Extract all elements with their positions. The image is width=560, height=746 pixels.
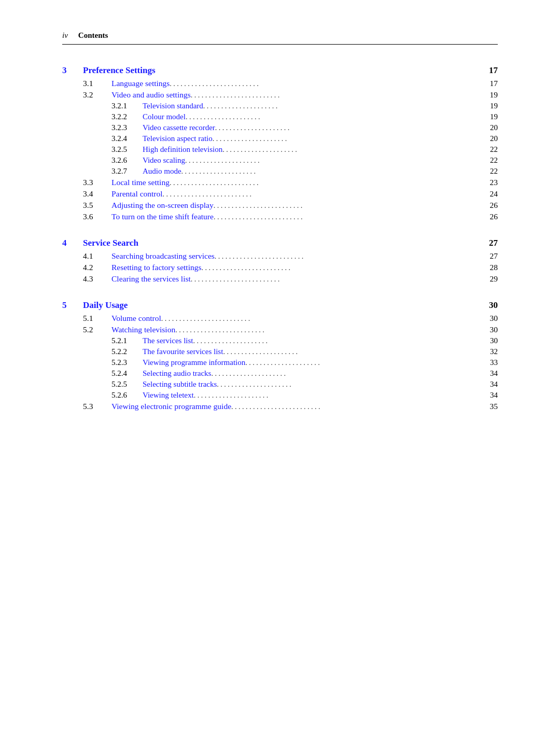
table-of-contents: 3Preference Settings173.1Language settin…	[62, 65, 498, 428]
section-row: 3.2Video and audio settings . . . . . . …	[62, 90, 498, 100]
subsection-page: 19	[485, 112, 498, 121]
section-page: 23	[485, 178, 498, 187]
subsection-dots: . . . . . . . . . . . . . . . . . . . . …	[223, 348, 482, 356]
subsection-number: 5.2.6	[111, 391, 143, 400]
section-number: 4.2	[83, 263, 111, 272]
section-title: Resetting to factory settings	[111, 263, 201, 272]
subsection-title: Selecting audio tracks	[143, 369, 211, 378]
section-page: 29	[485, 274, 498, 284]
chapter-block: 5Daily Usage305.1Volume control . . . . …	[62, 300, 498, 413]
subsection-page: 30	[485, 336, 498, 345]
section-row: 3.4Parental control . . . . . . . . . . …	[62, 189, 498, 199]
section-page: 28	[485, 263, 498, 272]
subsection-dots: . . . . . . . . . . . . . . . . . . . . …	[217, 381, 482, 389]
section-row: 4.1Searching broadcasting services . . .…	[62, 251, 498, 261]
subsection-page: 20	[485, 123, 498, 132]
section-page: 27	[485, 251, 498, 261]
section-title: Local time setting	[111, 178, 170, 187]
subsection-title: Audio mode	[143, 167, 181, 176]
section-row: 3.6To turn on the time shift feature . .…	[62, 212, 498, 221]
chapter-row: 5Daily Usage30	[62, 300, 498, 311]
subsection-title: High definition television	[143, 145, 222, 154]
section-dots: . . . . . . . . . . . . . . . . . . . . …	[175, 326, 482, 334]
subsection-row: 3.2.7Audio mode . . . . . . . . . . . . …	[62, 167, 498, 176]
section-number: 3.3	[83, 178, 111, 187]
section-number: 3.1	[83, 79, 111, 88]
subsection-title: Viewing teletext	[143, 391, 194, 400]
page-header: iv Contents	[62, 31, 498, 45]
section-dots: . . . . . . . . . . . . . . . . . . . . …	[191, 91, 482, 100]
section-page: 17	[485, 79, 498, 88]
chapter-page: 30	[489, 300, 498, 311]
chapter-title: Preference Settings	[83, 65, 484, 76]
subsection-row: 3.2.1Television standard . . . . . . . .…	[62, 102, 498, 110]
section-page: 24	[485, 189, 498, 199]
subsection-title: Video cassette recorder	[143, 123, 215, 132]
section-dots: . . . . . . . . . . . . . . . . . . . . …	[163, 190, 482, 199]
subsection-number: 3.2.2	[111, 112, 143, 121]
section-row: 5.3Viewing electronic programme guide . …	[62, 402, 498, 411]
chapter-page: 27	[489, 238, 498, 248]
section-number: 5.3	[83, 402, 111, 411]
subsection-title: Television standard	[143, 102, 203, 110]
subsection-number: 5.2.2	[111, 347, 143, 356]
section-title: Watching television	[111, 325, 175, 334]
subsection-dots: . . . . . . . . . . . . . . . . . . . . …	[215, 124, 482, 132]
subsection-dots: . . . . . . . . . . . . . . . . . . . . …	[186, 113, 482, 121]
subsection-title: The services list	[143, 336, 193, 345]
section-dots: . . . . . . . . . . . . . . . . . . . . …	[191, 275, 482, 284]
subsection-row: 5.2.1The services list . . . . . . . . .…	[62, 336, 498, 345]
section-title: Clearing the services list	[111, 274, 191, 284]
section-dots: . . . . . . . . . . . . . . . . . . . . …	[201, 264, 482, 272]
subsection-row: 5.2.4Selecting audio tracks . . . . . . …	[62, 369, 498, 378]
subsection-page: 32	[485, 347, 498, 356]
subsection-page: 22	[485, 167, 498, 176]
chapter-title: Service Search	[83, 238, 484, 248]
section-dots: . . . . . . . . . . . . . . . . . . . . …	[214, 202, 482, 210]
section-number: 3.4	[83, 189, 111, 199]
subsection-dots: . . . . . . . . . . . . . . . . . . . . …	[222, 146, 482, 154]
chapter-page: 17	[489, 65, 498, 76]
subsection-number: 3.2.1	[111, 102, 143, 110]
subsection-row: 3.2.2Colour model . . . . . . . . . . . …	[62, 112, 498, 121]
page: iv Contents 3Preference Settings173.1Lan…	[0, 0, 560, 469]
subsection-row: 3.2.3Video cassette recorder . . . . . .…	[62, 123, 498, 132]
chapter-number: 5	[62, 300, 83, 311]
subsection-number: 5.2.5	[111, 380, 143, 389]
subsection-title: Television aspect ratio	[143, 134, 213, 143]
subsection-dots: . . . . . . . . . . . . . . . . . . . . …	[185, 157, 482, 165]
subsection-row: 5.2.3Viewing programme information . . .…	[62, 358, 498, 367]
section-title: Video and audio settings	[111, 90, 191, 100]
section-title: Parental control	[111, 189, 163, 199]
subsection-number: 3.2.7	[111, 167, 143, 176]
subsection-row: 3.2.6Video scaling . . . . . . . . . . .…	[62, 156, 498, 165]
subsection-page: 34	[485, 369, 498, 378]
subsection-row: 5.2.6Viewing teletext . . . . . . . . . …	[62, 391, 498, 400]
subsection-dots: . . . . . . . . . . . . . . . . . . . . …	[211, 370, 482, 378]
section-number: 4.3	[83, 274, 111, 284]
subsection-page: 33	[485, 358, 498, 367]
section-title: Searching broadcasting services	[111, 251, 215, 261]
subsection-number: 5.2.3	[111, 358, 143, 367]
subsection-page: 20	[485, 134, 498, 143]
section-dots: . . . . . . . . . . . . . . . . . . . . …	[231, 403, 482, 411]
subsection-number: 5.2.4	[111, 369, 143, 378]
section-number: 3.2	[83, 90, 111, 100]
section-title: To turn on the time shift feature	[111, 212, 214, 221]
subsection-number: 3.2.5	[111, 145, 143, 154]
subsection-page: 22	[485, 156, 498, 165]
subsection-title: Selecting subtitle tracks	[143, 380, 217, 389]
chapter-title: Daily Usage	[83, 300, 484, 311]
section-page: 26	[485, 212, 498, 221]
section-number: 4.1	[83, 251, 111, 261]
chapter-row: 4Service Search27	[62, 238, 498, 248]
section-number: 5.2	[83, 325, 111, 334]
section-title: Adjusting the on-screen display	[111, 201, 214, 210]
subsection-page: 22	[485, 145, 498, 154]
subsection-page: 34	[485, 380, 498, 389]
section-page: 35	[485, 402, 498, 411]
subsection-dots: . . . . . . . . . . . . . . . . . . . . …	[245, 359, 482, 367]
subsection-dots: . . . . . . . . . . . . . . . . . . . . …	[213, 135, 482, 143]
subsection-dots: . . . . . . . . . . . . . . . . . . . . …	[181, 167, 482, 176]
section-row: 5.1Volume control . . . . . . . . . . . …	[62, 314, 498, 323]
